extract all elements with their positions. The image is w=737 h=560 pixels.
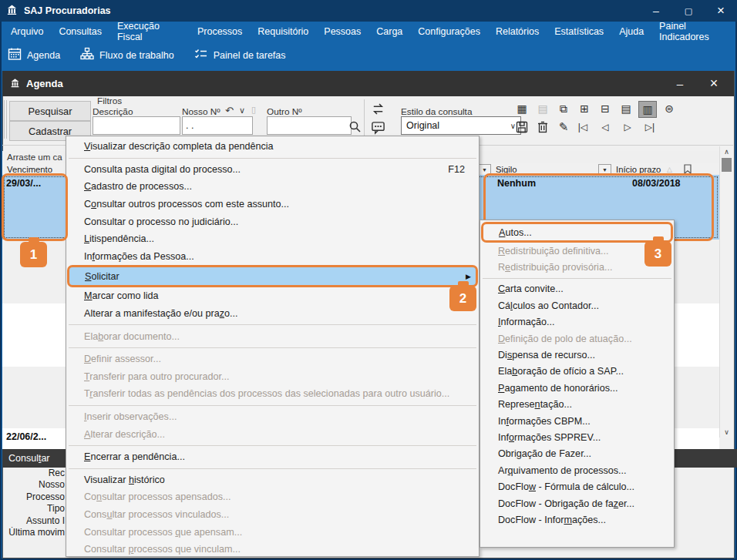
menubar-item[interactable]: Execução Fiscal	[109, 22, 190, 41]
hierarchy-view-icon[interactable]: ⊞	[576, 101, 593, 116]
context-menu-item[interactable]: Consulta pasta digital do processo...F12	[66, 161, 479, 179]
submenu-item[interactable]: Elaboração de ofício a SAP...	[480, 364, 674, 380]
scrollbar-thumb[interactable]	[722, 158, 732, 172]
menubar-item[interactable]: Arquivo	[3, 22, 51, 41]
context-menu-item[interactable]: Cadastro de processos...	[66, 178, 479, 196]
context-menu-item-solicitar[interactable]: Solicitar▶2	[67, 265, 478, 287]
submenu-item[interactable]: Informações SPPREV...	[480, 429, 674, 445]
solicitar-submenu: Autos...3Redistribuição definitiva...Red…	[480, 220, 675, 548]
toolbar-item-fluxo-de-trabalho[interactable]: Fluxo de trabalho	[80, 47, 174, 63]
context-menu-item[interactable]: Marcar como lida	[66, 287, 479, 305]
menu-separator	[69, 158, 476, 159]
prev-record-icon[interactable]: ◁	[596, 119, 614, 135]
submenu-item-autos[interactable]: Autos...3	[481, 222, 673, 243]
toolbar-grip	[6, 100, 7, 139]
description-input[interactable]	[93, 116, 180, 135]
last-record-icon[interactable]: ▷|	[641, 119, 659, 135]
query-toolbar-row1: ▦▤⧉⊞⊟▤▥⊜	[513, 101, 678, 118]
submenu-item[interactable]: Cálculos ao Contador...	[480, 297, 674, 314]
step-badge-1: 1	[20, 242, 47, 267]
cascade-view-icon[interactable]: ⊟	[597, 101, 614, 116]
copy-icon[interactable]: ▤	[534, 101, 551, 116]
menubar-item[interactable]: Carga	[368, 22, 410, 41]
submenu-item[interactable]: DocFlow - Fórmula de cálculo...	[480, 478, 674, 495]
menubar-item[interactable]: Pessoas	[316, 22, 368, 41]
filter-separator	[364, 99, 365, 139]
context-menu-item[interactable]: Litispendência...	[66, 230, 479, 248]
delete-icon[interactable]	[534, 119, 551, 135]
toolbar-grip	[4, 100, 5, 139]
vertical-scrollbar[interactable]: ∧ ∨	[719, 146, 733, 438]
submenu-item[interactable]: Arquivamento de processos...	[480, 462, 674, 478]
menubar-item[interactable]: Estatísticas	[547, 22, 611, 41]
export-excel-icon[interactable]: ▦	[513, 101, 530, 116]
edit-icon[interactable]: ✎	[555, 119, 572, 135]
menu-item-label: Elaboração de ofício a SAP...	[498, 366, 624, 377]
toolbar-item-agenda[interactable]: Agenda	[8, 47, 60, 63]
menu-item-label: Informações da Pessoa...	[84, 251, 194, 262]
close-button[interactable]: ×	[705, 0, 737, 22]
cell-vencimento: 22/06/2...	[6, 431, 46, 442]
context-menu-item[interactable]: Consultar o processo no judiciário...	[66, 213, 479, 230]
annotation-icon[interactable]: ⊜	[661, 101, 678, 116]
toolbar-item-painel-de-tarefas[interactable]: Painel de tarefas	[194, 47, 286, 63]
context-menu-item[interactable]: Informações da Pessoa...	[66, 248, 479, 266]
menu-item-label: Elaborar documento...	[84, 331, 180, 342]
menubar-item[interactable]: Requisitório	[250, 22, 316, 41]
list-view-icon[interactable]: ▤	[618, 101, 634, 116]
maximize-button[interactable]: ▢	[672, 0, 705, 22]
context-menu-item[interactable]: Encerrar a pendência...	[66, 448, 479, 466]
menu-item-label: Redistribuição provisória...	[498, 262, 612, 273]
context-menu-item[interactable]: Consultar outros processos com este assu…	[66, 196, 479, 213]
first-record-icon[interactable]: |◁	[574, 119, 592, 135]
submenu-item[interactable]: Informações CBPM...	[480, 413, 674, 429]
open-window-icon[interactable]: ⧉	[555, 101, 572, 116]
submenu-item[interactable]: Carta convite...	[480, 281, 674, 297]
context-menu-item[interactable]: Visualizar histórico	[66, 471, 479, 489]
context-menu-item[interactable]: Visualizar descrição completa da pendênc…	[66, 138, 479, 156]
card-view-icon[interactable]: ▥	[638, 101, 657, 118]
submenu-arrow-icon: ▶	[466, 273, 471, 280]
scroll-down-icon[interactable]: ∨	[721, 427, 732, 438]
next-record-icon[interactable]: ▷	[618, 119, 637, 135]
menubar-item[interactable]: Configurações	[410, 22, 488, 41]
menubar-item[interactable]: Relatórios	[488, 22, 547, 41]
menu-separator	[69, 468, 476, 469]
query-style-select[interactable]: Original ∨	[401, 116, 521, 135]
submenu-item[interactable]: Obrigação de Fazer...	[480, 446, 674, 462]
agenda-minimize-button[interactable]: –	[663, 71, 697, 96]
undo-icon[interactable]: ↶	[225, 105, 234, 116]
submenu-item[interactable]: Pagamento de honorários...	[480, 380, 674, 396]
menubar-item[interactable]: Ajuda	[611, 22, 651, 41]
submenu-item[interactable]: Representação...	[480, 397, 674, 413]
menu-item-label: Inserir observações...	[84, 411, 177, 422]
menubar-item[interactable]: Processos	[190, 22, 250, 41]
document-icon: ▯	[251, 105, 256, 115]
menu-separator	[69, 445, 476, 446]
window-title: SAJ Procuradorias	[24, 5, 111, 16]
chevron-down-icon[interactable]: ∨	[239, 106, 245, 116]
detail-label: Processo	[0, 491, 65, 503]
menu-separator	[69, 347, 476, 348]
refresh-icon[interactable]	[371, 102, 385, 119]
minimize-button[interactable]: –	[640, 0, 672, 22]
menu-separator	[69, 324, 476, 325]
submenu-item[interactable]: DocFlow - Obrigação de fazer...	[480, 495, 674, 511]
submenu-item[interactable]: DocFlow - Informações...	[480, 511, 674, 528]
search-button[interactable]: Pesquisar	[9, 101, 91, 121]
menu-separator	[69, 405, 476, 406]
menu-item-label: Definição de polo de atuação...	[498, 334, 632, 344]
context-menu-item: Transferir todas as pendências dos proce…	[66, 385, 479, 403]
outro-numero-input[interactable]	[267, 116, 352, 135]
menubar: ArquivoConsultasExecução FiscalProcessos…	[0, 22, 737, 41]
submenu-item[interactable]: Informação...	[480, 314, 674, 330]
submenu-item[interactable]: Dispensa de recurso...	[480, 347, 674, 363]
menubar-item[interactable]: Painel Indicadores	[651, 22, 737, 41]
scroll-up-icon[interactable]: ∧	[721, 146, 732, 157]
nosso-numero-input[interactable]: . .	[182, 116, 253, 135]
agenda-close-button[interactable]: ×	[697, 71, 731, 96]
menubar-item[interactable]: Consultas	[51, 22, 109, 41]
search-icon[interactable]	[348, 119, 362, 136]
context-menu-item[interactable]: Alterar a manifestação e/ou prazo...	[66, 305, 479, 323]
save-icon[interactable]	[513, 119, 530, 135]
